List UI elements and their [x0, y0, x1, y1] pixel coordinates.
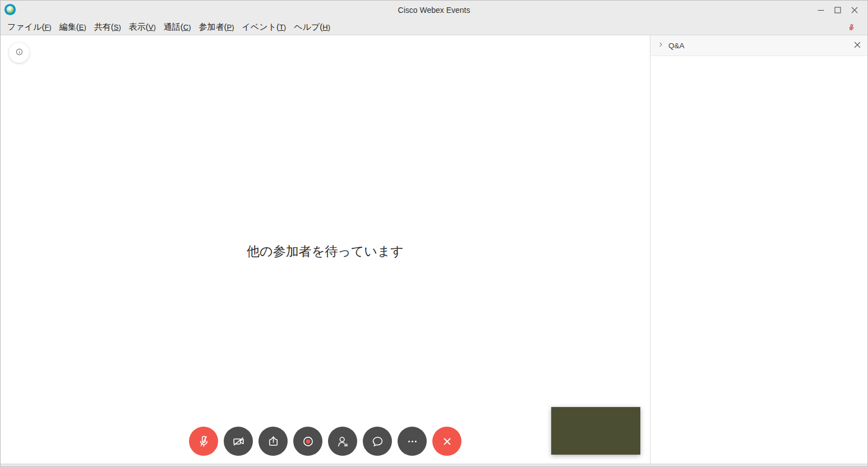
participants-icon: [335, 434, 350, 449]
window-title: Cisco Webex Events: [1, 1, 867, 19]
chat-button[interactable]: [363, 427, 392, 456]
close-window-button[interactable]: [846, 1, 863, 19]
share-button[interactable]: [258, 427, 288, 456]
mute-button[interactable]: [189, 427, 218, 456]
webex-events-window: Cisco Webex Events ファイル(F) 編集(E) 共有(S) 表…: [0, 0, 868, 467]
qa-panel-title: Q&A: [668, 41, 854, 50]
record-icon: [301, 434, 316, 449]
qa-collapse-button[interactable]: [657, 40, 664, 50]
menu-file[interactable]: ファイル(F): [3, 19, 56, 35]
video-button[interactable]: [224, 427, 253, 456]
more-options-icon: [405, 434, 420, 449]
chevron-right-icon: [657, 40, 664, 50]
more-button[interactable]: [398, 427, 427, 456]
camera-off-icon: [231, 434, 246, 449]
share-content-icon: [266, 434, 281, 449]
record-button[interactable]: [293, 427, 322, 456]
participants-button[interactable]: [328, 427, 357, 456]
window-controls: [812, 1, 863, 19]
menu-event[interactable]: イベント(T): [238, 19, 290, 35]
webex-logo-icon: [4, 3, 16, 16]
menu-share[interactable]: 共有(S): [90, 19, 125, 35]
chat-icon: [370, 434, 385, 449]
self-video-preview: [551, 407, 640, 455]
qa-close-button[interactable]: [854, 40, 861, 50]
menubar: ファイル(F) 編集(E) 共有(S) 表示(V) 通話(C) 参加者(P) イ…: [1, 19, 867, 35]
minimize-button[interactable]: [812, 1, 829, 19]
menu-view[interactable]: 表示(V): [125, 19, 160, 35]
waiting-message: 他の参加者を待っています: [1, 243, 650, 260]
menu-participant[interactable]: 参加者(P): [195, 19, 238, 35]
qa-panel: Q&A: [650, 35, 868, 464]
qa-panel-header: Q&A: [650, 35, 868, 56]
titlebar: Cisco Webex Events: [1, 1, 867, 19]
microphone-muted-icon: [196, 434, 211, 449]
maximize-button[interactable]: [829, 1, 846, 19]
main-stage: 他の参加者を待っています: [1, 35, 650, 464]
menu-edit[interactable]: 編集(E): [56, 19, 90, 35]
window-bottom-edge: [1, 464, 867, 467]
menu-help[interactable]: ヘルプ(H): [290, 19, 334, 35]
meeting-info-button[interactable]: [9, 43, 29, 63]
info-icon: [15, 47, 24, 59]
close-icon: [854, 40, 861, 50]
menu-call[interactable]: 通話(C): [160, 19, 195, 35]
microphone-muted-icon: [847, 19, 856, 35]
leave-button[interactable]: [432, 427, 461, 456]
close-icon: [440, 434, 455, 449]
